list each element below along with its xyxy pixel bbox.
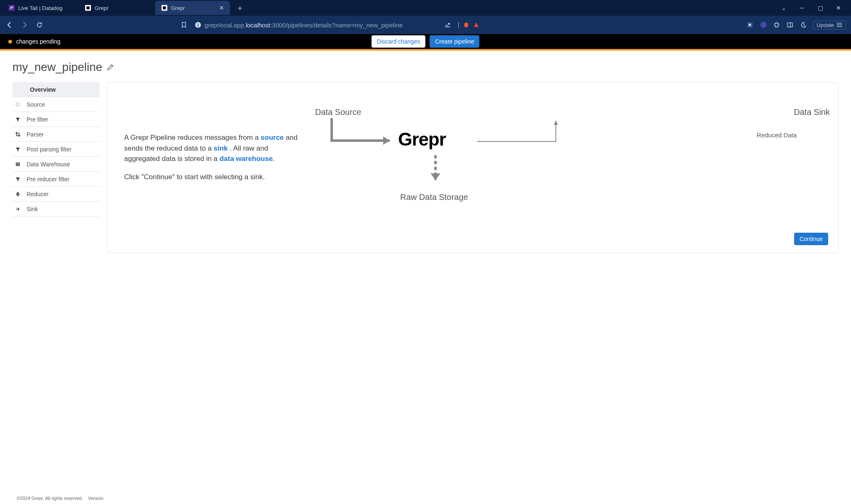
- sidebar-item-data-warehouse[interactable]: Data Warehouse: [12, 157, 100, 172]
- browser-chrome: Live Tail | Datadog Grepr Grepr ✕ ＋ ⌄ ─ …: [0, 0, 851, 34]
- create-pipeline-button[interactable]: Create pipeline: [430, 35, 479, 48]
- pending-dot-icon: [8, 40, 12, 44]
- sidebar-item-label: Overview: [30, 86, 56, 93]
- funnel-icon: [12, 176, 23, 182]
- ext-icon-1[interactable]: [746, 21, 754, 29]
- minimize-icon[interactable]: ─: [798, 5, 806, 11]
- svg-rect-13: [16, 164, 20, 165]
- favicon-datadog: [8, 5, 15, 11]
- ext-icon-2[interactable]: [760, 21, 767, 29]
- svg-rect-9: [787, 23, 792, 27]
- extensions-icon[interactable]: [773, 21, 780, 29]
- funnel-icon: [12, 146, 23, 152]
- update-button[interactable]: Update: [813, 21, 846, 29]
- compress-icon: [12, 191, 23, 197]
- funnel-icon: [12, 117, 23, 122]
- title-row: my_new_pipeline: [12, 61, 839, 74]
- pipeline-steps-sidebar: Overview Source Pre filter: [12, 82, 100, 217]
- window-controls: ⌄ ─ ▢ ✕: [771, 5, 851, 11]
- sidebar-item-label: Source: [27, 101, 45, 108]
- database-icon: [12, 161, 23, 167]
- diagram-label-data-sink: Data Sink: [794, 107, 830, 117]
- tab-datadog[interactable]: Live Tail | Datadog: [2, 1, 77, 15]
- warning-icon[interactable]: [473, 22, 479, 28]
- favicon-grepr: [161, 5, 168, 11]
- site-info-icon[interactable]: i: [195, 22, 201, 28]
- svg-rect-14: [16, 165, 20, 166]
- update-label: Update: [817, 22, 834, 28]
- favicon-grepr: [85, 5, 91, 11]
- page-body: my_new_pipeline Overview Source: [0, 51, 851, 504]
- tab-label: Grepr: [95, 5, 108, 11]
- columns: Overview Source Pre filter: [12, 82, 839, 253]
- link-sink[interactable]: sink: [214, 144, 228, 152]
- sidebar-item-pre-reducer-filter[interactable]: Pre reducer filter: [12, 172, 100, 187]
- edit-title-icon[interactable]: [106, 63, 115, 71]
- back-button[interactable]: [5, 20, 14, 29]
- tab-grepr-active[interactable]: Grepr ✕: [155, 1, 230, 15]
- link-source[interactable]: source: [261, 134, 284, 141]
- tab-label: Live Tail | Datadog: [18, 5, 62, 11]
- svg-point-2: [86, 6, 90, 10]
- sidebar-item-label: Data Warehouse: [27, 161, 70, 168]
- footer-version-label: Version:: [88, 496, 105, 501]
- sidebar-item-label: Post parsing filter: [27, 146, 71, 153]
- link-data-warehouse[interactable]: data warehouse: [220, 155, 273, 163]
- crop-icon: [12, 131, 23, 137]
- forward-button[interactable]: [20, 20, 29, 29]
- menu-icon: [836, 22, 842, 27]
- app: changes pending Discard changes Create p…: [0, 34, 851, 504]
- sidebar-item-label: Reducer: [27, 191, 49, 197]
- pending-text: changes pending: [16, 38, 61, 45]
- address-bar[interactable]: i greprlocal.app.localhost:3000/pipeline…: [181, 19, 479, 31]
- svg-rect-12: [16, 163, 20, 163]
- pending-bar: changes pending Discard changes Create p…: [0, 34, 851, 51]
- svg-point-11: [16, 103, 20, 106]
- overview-text: A Grepr Pipeline reduces messages from a…: [124, 103, 298, 182]
- arrow-right-icon: [12, 206, 23, 212]
- diagram-label-reduced-data: Reduced Data: [757, 131, 797, 139]
- sidebar-item-sink[interactable]: Sink: [12, 202, 100, 217]
- sidebar-item-post-parsing-filter[interactable]: Post parsing filter: [12, 142, 100, 157]
- overview-panel: A Grepr Pipeline reduces messages from a…: [107, 82, 839, 253]
- brave-icon[interactable]: [463, 22, 470, 28]
- sidebar-item-label: Sink: [27, 206, 38, 212]
- sidebar-item-source[interactable]: Source: [12, 97, 100, 112]
- svg-text:i: i: [197, 22, 198, 27]
- share-icon[interactable]: [445, 22, 451, 28]
- continue-button[interactable]: Continue: [794, 233, 828, 245]
- footer: ©2024 Grepr. All rights reserved. Versio…: [12, 492, 839, 504]
- close-window-icon[interactable]: ✕: [834, 5, 843, 11]
- sidebar-item-label: Parser: [27, 131, 44, 138]
- tab-label: Grepr: [171, 5, 185, 11]
- pipeline-diagram: Data Source Data Sink Reduced Data Raw D…: [311, 103, 822, 228]
- page-title: my_new_pipeline: [12, 61, 102, 74]
- discard-changes-button[interactable]: Discard changes: [372, 35, 426, 48]
- svg-point-4: [163, 6, 166, 10]
- tab-close-icon[interactable]: ✕: [219, 5, 224, 11]
- moon-icon[interactable]: [800, 21, 807, 29]
- dropdown-icon[interactable]: ⌄: [780, 5, 788, 11]
- bookmark-icon[interactable]: [181, 22, 187, 28]
- sidepanel-icon[interactable]: [786, 21, 794, 29]
- tab-strip: Live Tail | Datadog Grepr Grepr ✕ ＋ ⌄ ─ …: [0, 0, 851, 16]
- sidebar-item-reducer[interactable]: Reducer: [12, 187, 100, 202]
- sidebar-item-pre-filter[interactable]: Pre filter: [12, 112, 100, 127]
- maximize-icon[interactable]: ▢: [816, 5, 824, 11]
- sidebar-item-overview[interactable]: Overview: [12, 82, 100, 97]
- diagram-arrows: [311, 103, 577, 211]
- footer-copyright: ©2024 Grepr. All rights reserved.: [17, 496, 83, 501]
- pending-actions: Discard changes Create pipeline: [372, 35, 479, 48]
- new-tab-button[interactable]: ＋: [234, 2, 246, 14]
- circle-dot-icon: [12, 102, 23, 107]
- browser-toolbar: i greprlocal.app.localhost:3000/pipeline…: [0, 16, 851, 34]
- toolbar-right: Update: [746, 21, 846, 29]
- sidebar-item-parser[interactable]: Parser: [12, 127, 100, 142]
- reload-button[interactable]: [35, 20, 44, 29]
- sidebar-item-label: Pre filter: [27, 116, 48, 123]
- url-text: greprlocal.app.localhost:3000/pipelines/…: [205, 22, 403, 29]
- tab-grepr-1[interactable]: Grepr: [79, 1, 154, 15]
- sidebar-item-label: Pre reducer filter: [27, 176, 69, 183]
